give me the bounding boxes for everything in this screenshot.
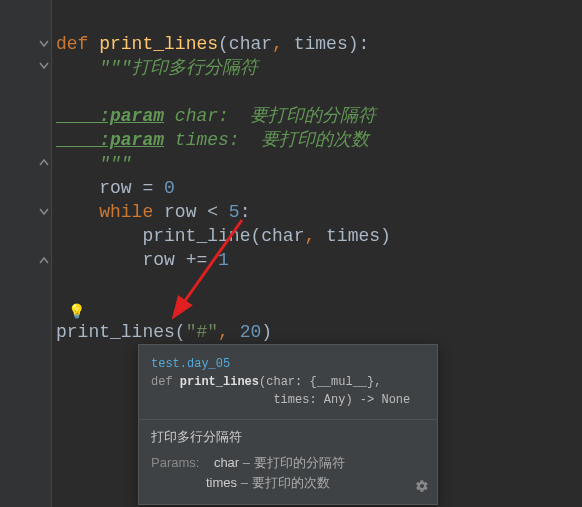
code-line[interactable]: """打印多行分隔符: [56, 56, 582, 80]
code-text: row: [56, 250, 186, 270]
fold-end-icon[interactable]: [38, 156, 50, 168]
arg-times: times: [326, 226, 380, 246]
param-times: times: [294, 34, 348, 54]
tooltip-summary: 打印多行分隔符: [151, 428, 425, 446]
tooltip-param-name: times: [206, 475, 237, 490]
operator-eq: =: [142, 178, 164, 198]
code-line[interactable]: [56, 80, 582, 104]
code-line[interactable]: [56, 272, 582, 296]
paren-colon: ):: [348, 34, 370, 54]
tooltip-param-desc: 要打印的次数: [252, 475, 330, 490]
code-line[interactable]: print_lines("#", 20): [56, 320, 582, 344]
docstring-param-desc: 要打印的分隔符: [240, 106, 377, 126]
code-line[interactable]: row += 1: [56, 248, 582, 272]
code-line[interactable]: while row < 5:: [56, 200, 582, 224]
tooltip-sig-text: (char: {__mul__},: [259, 375, 381, 389]
operator-pluseq: +=: [186, 250, 218, 270]
keyword-while: while: [56, 202, 164, 222]
paren: (: [218, 34, 229, 54]
docstring-open: """: [56, 58, 132, 78]
docstring-summary: 打印多行分隔符: [132, 58, 258, 78]
tooltip-param-desc: 要打印的分隔符: [254, 455, 345, 470]
fold-end-icon[interactable]: [38, 254, 50, 266]
tooltip-param-sep: –: [239, 455, 253, 470]
number-five: 5: [229, 202, 240, 222]
paren-close: ): [261, 322, 272, 342]
paren-open: (: [175, 322, 186, 342]
keyword-def: def: [56, 34, 99, 54]
comma: ,: [304, 226, 326, 246]
paren-close: ): [380, 226, 391, 246]
gear-icon[interactable]: [415, 479, 429, 498]
code-text: row <: [164, 202, 229, 222]
function-name: print_lines: [99, 34, 218, 54]
code-text: row: [56, 178, 142, 198]
docstring-param-name: char:: [164, 106, 240, 126]
tooltip-doc-body: 打印多行分隔符 Params: char – 要打印的分隔符 times – 要…: [139, 420, 437, 504]
code-line[interactable]: [56, 8, 582, 32]
docstring-param-desc: 要打印的次数: [250, 130, 369, 150]
code-line[interactable]: def print_lines(char, times):: [56, 32, 582, 56]
comma: ,: [272, 34, 294, 54]
tooltip-sig-text: times: Any) -> None: [273, 393, 410, 407]
code-line[interactable]: print_line(char, times): [56, 224, 582, 248]
tooltip-params-label: Params:: [151, 455, 199, 470]
code-line[interactable]: :param times: 要打印的次数: [56, 128, 582, 152]
code-line[interactable]: :param char: 要打印的分隔符: [56, 104, 582, 128]
tooltip-module: test.day_05: [151, 357, 230, 371]
number-zero: 0: [164, 178, 175, 198]
fold-icon[interactable]: [38, 206, 50, 218]
tooltip-param-sep: –: [237, 475, 251, 490]
tooltip-sig-indent: [151, 393, 273, 407]
comma: ,: [218, 322, 240, 342]
docstring-close: """: [56, 154, 132, 174]
arg-char: char: [261, 226, 304, 246]
tooltip-signature: test.day_05 def print_lines(char: {__mul…: [139, 345, 437, 420]
number-arg: 20: [240, 322, 262, 342]
gutter: [0, 0, 52, 507]
colon: :: [240, 202, 251, 222]
code-line[interactable]: [56, 296, 582, 320]
string-arg: "#": [186, 322, 218, 342]
docstring-tag: :param: [56, 130, 164, 150]
fold-icon[interactable]: [38, 38, 50, 50]
param-char: char: [229, 34, 272, 54]
lightbulb-icon[interactable]: 💡: [68, 300, 85, 324]
call-print-lines: print_lines: [56, 322, 175, 342]
fold-icon[interactable]: [38, 60, 50, 72]
tooltip-param-name: char: [214, 455, 239, 470]
quick-doc-tooltip: test.day_05 def print_lines(char: {__mul…: [138, 344, 438, 505]
call-print-line: print_line(: [56, 226, 261, 246]
tooltip-def-kw: def: [151, 375, 180, 389]
tooltip-fn-name: print_lines: [180, 375, 259, 389]
code-line[interactable]: row = 0: [56, 176, 582, 200]
docstring-tag: :param: [56, 106, 164, 126]
code-line[interactable]: """: [56, 152, 582, 176]
docstring-param-name: times:: [164, 130, 250, 150]
number-one: 1: [218, 250, 229, 270]
